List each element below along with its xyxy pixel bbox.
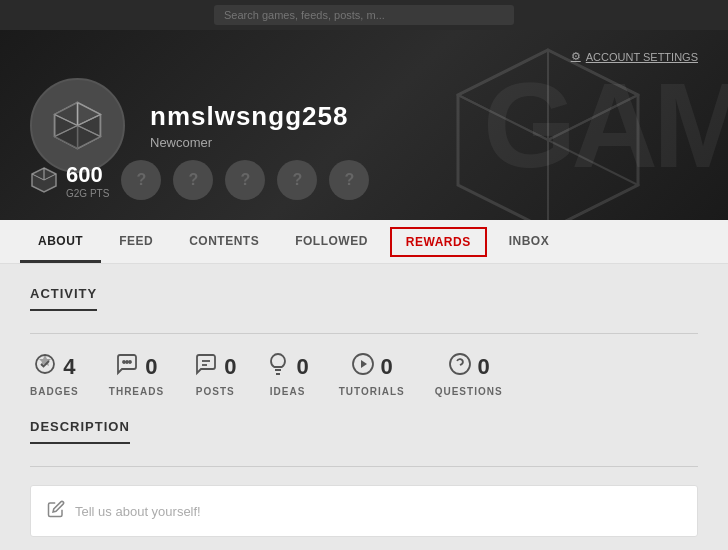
activity-item-threads: 0 THREADS xyxy=(109,352,164,397)
svg-point-22 xyxy=(123,361,125,363)
avatar xyxy=(30,78,125,173)
description-title: DESCRIPTION xyxy=(30,419,130,444)
account-settings-link[interactable]: ⚙ ACCOUNT SETTINGS xyxy=(571,50,698,63)
tutorials-count: 0 xyxy=(381,354,393,380)
threads-count: 0 xyxy=(145,354,157,380)
svg-point-23 xyxy=(126,361,128,363)
tab-about[interactable]: ABOUT xyxy=(20,222,101,263)
post-icon xyxy=(194,352,218,382)
content-area: ACTIVITY 4 BADGES xyxy=(0,264,728,550)
questions-label: QUESTIONS xyxy=(435,386,503,397)
achievement-badge-5[interactable]: ? xyxy=(329,160,369,200)
ideas-label: IDEAS xyxy=(270,386,306,397)
achievement-badge-1[interactable]: ? xyxy=(121,160,161,200)
posts-count: 0 xyxy=(224,354,236,380)
svg-marker-2 xyxy=(458,50,548,140)
badges-label: BADGES xyxy=(30,386,79,397)
tab-feed[interactable]: FEED xyxy=(101,222,171,263)
svg-line-5 xyxy=(458,95,548,140)
tab-contents[interactable]: CONTENTS xyxy=(171,222,277,263)
svg-point-29 xyxy=(450,354,470,374)
activity-row: 4 BADGES 0 THREAD xyxy=(30,352,698,397)
thread-icon xyxy=(115,352,139,382)
posts-label: POSTS xyxy=(196,386,235,397)
description-divider xyxy=(30,466,698,467)
tab-rewards[interactable]: REWARDS xyxy=(390,227,487,257)
banner-background-cube xyxy=(448,40,648,210)
idea-icon xyxy=(266,352,290,382)
question-icon xyxy=(448,352,472,382)
svg-line-6 xyxy=(548,95,638,140)
tab-inbox[interactable]: INBOX xyxy=(491,222,568,263)
badges-count: 4 xyxy=(63,354,75,380)
points-amount: 600 xyxy=(66,162,109,188)
description-box[interactable]: Tell us about yourself! xyxy=(30,485,698,537)
svg-marker-3 xyxy=(548,140,638,220)
activity-item-ideas: 0 IDEAS xyxy=(266,352,308,397)
questions-count: 0 xyxy=(478,354,490,380)
badge-icon xyxy=(33,352,57,382)
activity-item-badges: 4 BADGES xyxy=(30,352,79,397)
svg-marker-1 xyxy=(548,50,638,140)
svg-point-24 xyxy=(129,361,131,363)
points-row: 600 G2G PTS ? ? ? ? ? xyxy=(30,160,369,200)
activity-item-tutorials: 0 TUTORIALS xyxy=(339,352,405,397)
top-bar xyxy=(0,0,728,30)
tutorial-icon xyxy=(351,352,375,382)
threads-label: THREADS xyxy=(109,386,164,397)
nav-tabs: ABOUT FEED CONTENTS FOLLOWED REWARDS INB… xyxy=(0,220,728,264)
description-placeholder: Tell us about yourself! xyxy=(75,504,201,519)
activity-item-questions: 0 QUESTIONS xyxy=(435,352,503,397)
svg-marker-28 xyxy=(361,360,367,368)
achievement-badge-4[interactable]: ? xyxy=(277,160,317,200)
points-label: G2G PTS xyxy=(66,188,109,199)
edit-icon xyxy=(47,500,65,522)
tab-followed[interactable]: FOLLOWED xyxy=(277,222,386,263)
tutorials-label: TUTORIALS xyxy=(339,386,405,397)
activity-section: ACTIVITY 4 BADGES xyxy=(30,284,698,397)
g2g-points: 600 G2G PTS xyxy=(30,162,109,199)
achievement-badge-3[interactable]: ? xyxy=(225,160,265,200)
activity-divider xyxy=(30,333,698,334)
activity-item-posts: 0 POSTS xyxy=(194,352,236,397)
description-section: DESCRIPTION Tell us about yourself! xyxy=(30,417,698,537)
activity-title: ACTIVITY xyxy=(30,286,97,311)
profile-banner: GAM ⚙ ACCOUNT SETTINGS nmslwsngg258 Newc… xyxy=(0,30,728,220)
ideas-count: 0 xyxy=(296,354,308,380)
search-input[interactable] xyxy=(214,5,514,25)
achievement-badge-2[interactable]: ? xyxy=(173,160,213,200)
account-settings-label: ACCOUNT SETTINGS xyxy=(586,51,698,63)
gear-icon: ⚙ xyxy=(571,50,581,63)
